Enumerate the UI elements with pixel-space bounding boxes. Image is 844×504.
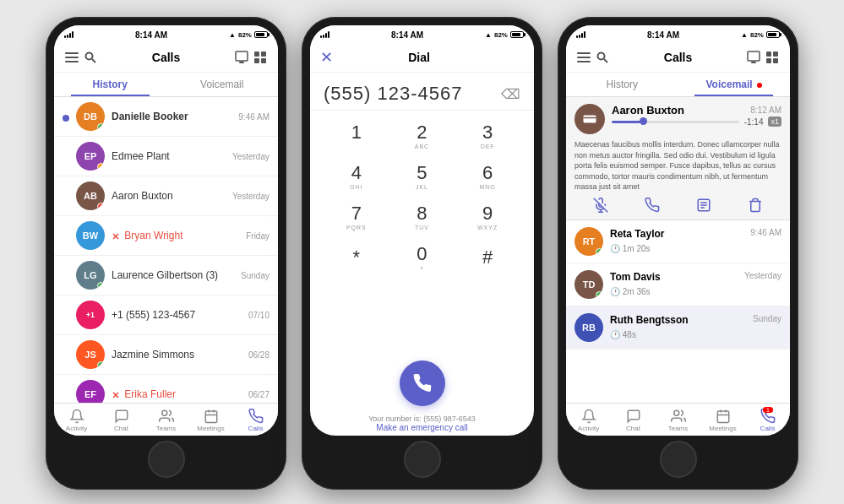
signal-icon xyxy=(64,31,74,38)
svg-rect-27 xyxy=(584,116,596,123)
progress-thumb xyxy=(640,117,647,125)
dial-key-star[interactable]: * xyxy=(331,239,382,276)
wifi-icon-3: ▲ xyxy=(741,31,748,39)
nav-teams-3[interactable]: Teams xyxy=(656,407,700,434)
dial-row-3: 7 PQRS 8 TUV 9 WXYZ xyxy=(324,198,520,236)
home-button-1[interactable] xyxy=(148,441,185,478)
status-reta xyxy=(596,248,603,256)
vm-action-delete[interactable] xyxy=(748,198,763,213)
vm-actions xyxy=(574,198,781,213)
grid-icon-1[interactable] xyxy=(251,48,270,67)
status-tom xyxy=(596,291,603,299)
nav-calls-label-3: Calls xyxy=(760,425,776,432)
vm-action-mute[interactable] xyxy=(593,198,608,213)
signal-icon-3 xyxy=(576,31,585,38)
tab-history-1[interactable]: History xyxy=(54,73,166,96)
svg-rect-17 xyxy=(577,57,591,58)
nav-teams-1[interactable]: Teams xyxy=(144,407,188,434)
call-item-aaron[interactable]: AB Aaron Buxton Yesterday xyxy=(54,176,278,216)
dial-key-hash[interactable]: # xyxy=(462,239,513,276)
dial-key-0[interactable]: 0 + xyxy=(396,239,447,276)
vm-name-reta: Reta Taylor xyxy=(610,228,664,240)
call-item-edmee[interactable]: EP Edmee Plant Yesterday xyxy=(54,137,278,176)
call-item-danielle[interactable]: DB Danielle Booker 9:46 AM xyxy=(54,97,278,137)
close-button[interactable]: ✕ xyxy=(320,48,333,67)
tab-voicemail-3[interactable]: Voicemail xyxy=(678,73,791,96)
svg-point-19 xyxy=(598,52,605,59)
dial-key-2[interactable]: 2 ABC xyxy=(396,117,447,154)
tab-voicemail-1[interactable]: Voicemail xyxy=(166,73,279,96)
nav-chat-1[interactable]: Chat xyxy=(99,407,144,434)
dial-key-7[interactable]: 7 PQRS xyxy=(331,198,382,236)
vm-item-tom[interactable]: TD Tom Davis Yesterday 🕐 2m 36s xyxy=(566,263,790,306)
vm-duration-reta: 🕐 1m 20s xyxy=(610,244,651,253)
vm-name-tom: Tom Davis xyxy=(610,271,661,283)
vm-item-ruth[interactable]: RB Ruth Bengtsson Sunday 🕐 48s xyxy=(566,306,790,350)
nav-calls-1[interactable]: Calls xyxy=(233,407,278,434)
screen-icon-3[interactable] xyxy=(744,48,763,67)
nav-meetings-1[interactable]: Meetings xyxy=(188,407,233,434)
signal-icon-2 xyxy=(320,31,329,38)
call-button[interactable] xyxy=(400,360,445,406)
vm-time-reta: 9:46 AM xyxy=(750,228,781,240)
menu-icon-3[interactable] xyxy=(574,48,593,67)
nav-meetings-label-3: Meetings xyxy=(709,425,736,432)
dial-key-3[interactable]: 3 DEF xyxy=(462,117,513,154)
avatar-bryan: BW xyxy=(76,221,105,250)
search-icon-3[interactable] xyxy=(593,48,612,67)
dial-key-8[interactable]: 8 TUV xyxy=(396,198,447,236)
menu-icon-1[interactable] xyxy=(63,48,81,67)
vm-time-ruth: Sunday xyxy=(753,314,781,326)
nav-activity-3[interactable]: Activity xyxy=(566,407,611,434)
tab-history-3[interactable]: History xyxy=(566,73,678,96)
nav-activity-1[interactable]: Activity xyxy=(54,407,99,434)
vm-time-tom: Yesterday xyxy=(744,271,781,283)
call-info-laurence: Laurence Gilbertson (3) Sunday xyxy=(112,269,270,281)
vm-progress: -1:14 x1 xyxy=(612,117,781,127)
call-info-erika: Erika Fuller 06/27 xyxy=(112,388,270,400)
bottom-nav-1: Activity Chat Teams Meetings Calls xyxy=(54,403,278,436)
svg-rect-1 xyxy=(65,57,79,58)
avatar-aaron-vm xyxy=(574,104,605,134)
avatar-reta: RT xyxy=(574,227,603,256)
status-signal-3 xyxy=(576,31,585,38)
vm-action-call[interactable] xyxy=(645,198,660,213)
header-title-1: Calls xyxy=(100,51,232,64)
dial-key-1[interactable]: 1 xyxy=(331,117,382,154)
call-time-edmee: Yesterday xyxy=(232,152,270,161)
home-button-3[interactable] xyxy=(660,441,697,478)
bottom-nav-3: Activity Chat Teams Meetings 1 Cal xyxy=(566,403,790,436)
tabs-3: History Voicemail xyxy=(566,73,790,97)
svg-rect-0 xyxy=(65,52,79,54)
emergency-call-link[interactable]: Make an emergency call xyxy=(310,423,534,432)
home-button-2[interactable] xyxy=(404,441,441,478)
vm-duration: -1:14 xyxy=(744,117,764,127)
dial-key-6[interactable]: 6 MNO xyxy=(462,158,513,195)
vm-item-reta[interactable]: RT Reta Taylor 9:46 AM 🕐 1m 20s xyxy=(566,220,790,263)
vm-action-transcript[interactable] xyxy=(696,198,711,213)
nav-meetings-3[interactable]: Meetings xyxy=(700,407,745,434)
svg-rect-25 xyxy=(766,58,771,63)
call-item-erika[interactable]: EF Erika Fuller 06/27 xyxy=(54,375,278,403)
status-bar-1: 8:14 AM ▲ 82% xyxy=(54,25,278,42)
call-item-number[interactable]: +1 +1 (555) 123-4567 07/10 xyxy=(54,295,278,335)
nav-meetings-label-1: Meetings xyxy=(197,425,224,432)
search-icon-1[interactable] xyxy=(81,48,100,67)
call-item-bryan[interactable]: BW Bryan Wright Friday xyxy=(54,216,278,256)
dial-number-display: (555) 123-4567 xyxy=(324,83,501,105)
call-info-bryan: Bryan Wright Friday xyxy=(112,230,270,241)
nav-chat-3[interactable]: Chat xyxy=(611,407,656,434)
dial-key-5[interactable]: 5 JKL xyxy=(396,158,447,195)
screen-icon-1[interactable] xyxy=(232,48,251,67)
phone-screen-1: 8:14 AM ▲ 82% Calls xyxy=(54,25,278,436)
backspace-button[interactable]: ⌫ xyxy=(501,86,520,102)
progress-bar xyxy=(612,121,739,123)
call-info-aaron: Aaron Buxton Yesterday xyxy=(112,190,270,202)
call-item-laurence[interactable]: LG Laurence Gilbertson (3) Sunday xyxy=(54,256,278,295)
nav-calls-3[interactable]: 1 Calls xyxy=(745,407,790,434)
svg-rect-5 xyxy=(236,51,248,61)
dial-key-4[interactable]: 4 GHI xyxy=(331,158,382,195)
grid-icon-3[interactable] xyxy=(763,48,781,67)
dial-key-9[interactable]: 9 WXYZ xyxy=(462,198,513,236)
call-item-jazmine[interactable]: JS Jazmine Simmons 06/28 xyxy=(54,335,278,375)
